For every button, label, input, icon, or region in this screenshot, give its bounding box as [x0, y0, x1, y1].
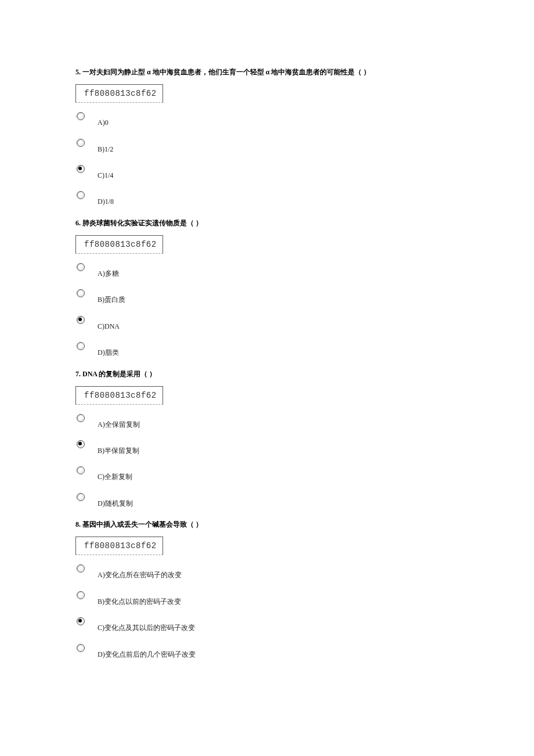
options-group: A)多糖 B)蛋白质 C)DNA D)脂类	[75, 263, 499, 357]
option-row[interactable]: C)1/4	[75, 165, 499, 179]
radio-icon[interactable]	[77, 617, 85, 625]
option-row[interactable]: C)全新复制	[75, 466, 499, 481]
question-number: 5.	[75, 68, 81, 76]
question-title: 8. 基因中插入或丢失一个碱基会导致（ ）	[75, 519, 499, 530]
radio-wrap[interactable]	[75, 139, 98, 147]
question-title: 5. 一对夫妇同为静止型 α 地中海贫血患者，他们生育一个轻型 α 地中海贫血患…	[75, 67, 499, 77]
question-code: ff8080813c8f62	[75, 235, 163, 254]
question-text: 基因中插入或丢失一个碱基会导致（ ）	[82, 520, 203, 528]
page: 5. 一对夫妇同为静止型 α 地中海贫血患者，他们生育一个轻型 α 地中海贫血患…	[0, 0, 534, 658]
question-block: 5. 一对夫妇同为静止型 α 地中海贫血患者，他们生育一个轻型 α 地中海贫血患…	[75, 67, 499, 206]
question-title: 7. DNA 的复制是采用（ ）	[75, 369, 499, 379]
radio-icon[interactable]	[77, 316, 85, 324]
option-label: A)变化点所在密码子的改变	[98, 564, 182, 579]
option-label: A)全保留复制	[98, 414, 140, 429]
option-row[interactable]: D)1/8	[75, 191, 499, 206]
option-label: B)蛋白质	[98, 289, 125, 304]
radio-icon[interactable]	[77, 112, 85, 120]
options-group: A)0 B)1/2 C)1/4 D)1/8	[75, 112, 499, 206]
radio-wrap[interactable]	[75, 316, 98, 324]
option-row[interactable]: C)变化点及其以后的密码子改变	[75, 617, 499, 632]
radio-wrap[interactable]	[75, 289, 98, 297]
radio-icon[interactable]	[77, 191, 85, 199]
radio-wrap[interactable]	[75, 112, 98, 120]
radio-icon[interactable]	[77, 165, 85, 173]
radio-wrap[interactable]	[75, 617, 98, 625]
radio-wrap[interactable]	[75, 191, 98, 199]
option-label: B)变化点以前的密码子改变	[98, 591, 181, 606]
question-code: ff8080813c8f62	[75, 386, 163, 405]
option-row[interactable]: A)变化点所在密码子的改变	[75, 564, 499, 579]
question-text: DNA 的复制是采用（ ）	[82, 370, 156, 378]
option-label: D)变化点前后的几个密码子改变	[98, 644, 196, 658]
question-code: ff8080813c8f62	[75, 84, 163, 103]
option-row[interactable]: B)半保留复制	[75, 440, 499, 455]
question-block: 7. DNA 的复制是采用（ ） ff8080813c8f62 A)全保留复制 …	[75, 369, 499, 508]
option-label: C)1/4	[98, 165, 113, 179]
option-row[interactable]: B)变化点以前的密码子改变	[75, 591, 499, 606]
options-group: A)全保留复制 B)半保留复制 C)全新复制 D)随机复制	[75, 414, 499, 508]
radio-icon[interactable]	[77, 644, 85, 652]
option-label: A)多糖	[98, 263, 119, 278]
radio-icon[interactable]	[77, 289, 85, 297]
question-number: 6.	[75, 219, 81, 227]
radio-icon[interactable]	[77, 263, 85, 271]
option-label: C)DNA	[98, 316, 120, 330]
radio-wrap[interactable]	[75, 493, 98, 501]
option-label: C)全新复制	[98, 466, 132, 481]
option-label: D)1/8	[98, 191, 114, 206]
question-block: 8. 基因中插入或丢失一个碱基会导致（ ） ff8080813c8f62 A)变…	[75, 519, 499, 658]
question-text: 肺炎球菌转化实验证实遗传物质是（ ）	[82, 219, 203, 227]
radio-wrap[interactable]	[75, 342, 98, 350]
question-text: 一对夫妇同为静止型 α 地中海贫血患者，他们生育一个轻型 α 地中海贫血患者的可…	[82, 68, 370, 76]
option-row[interactable]: B)1/2	[75, 139, 499, 153]
option-label: B)半保留复制	[98, 440, 139, 455]
option-row[interactable]: B)蛋白质	[75, 289, 499, 304]
radio-wrap[interactable]	[75, 591, 98, 599]
radio-icon[interactable]	[77, 493, 85, 501]
option-row[interactable]: A)全保留复制	[75, 414, 499, 429]
radio-wrap[interactable]	[75, 263, 98, 271]
radio-icon[interactable]	[77, 564, 85, 573]
option-label: D)随机复制	[98, 493, 133, 507]
option-label: C)变化点及其以后的密码子改变	[98, 617, 195, 632]
option-label: D)脂类	[98, 342, 119, 357]
question-number: 8.	[75, 520, 81, 528]
option-row[interactable]: A)0	[75, 112, 499, 127]
radio-wrap[interactable]	[75, 440, 98, 448]
option-row[interactable]: D)随机复制	[75, 493, 499, 507]
radio-icon[interactable]	[77, 414, 85, 422]
radio-wrap[interactable]	[75, 414, 98, 422]
radio-wrap[interactable]	[75, 564, 98, 573]
option-row[interactable]: A)多糖	[75, 263, 499, 278]
radio-icon[interactable]	[77, 440, 85, 448]
radio-wrap[interactable]	[75, 466, 98, 474]
radio-icon[interactable]	[77, 342, 85, 350]
options-group: A)变化点所在密码子的改变 B)变化点以前的密码子改变 C)变化点及其以后的密码…	[75, 564, 499, 658]
option-label: B)1/2	[98, 139, 113, 153]
option-label: A)0	[98, 112, 109, 127]
radio-wrap[interactable]	[75, 644, 98, 652]
radio-icon[interactable]	[77, 591, 85, 599]
question-title: 6. 肺炎球菌转化实验证实遗传物质是（ ）	[75, 218, 499, 228]
option-row[interactable]: D)变化点前后的几个密码子改变	[75, 644, 499, 658]
question-code: ff8080813c8f62	[75, 537, 163, 555]
option-row[interactable]: C)DNA	[75, 316, 499, 330]
radio-wrap[interactable]	[75, 165, 98, 173]
question-block: 6. 肺炎球菌转化实验证实遗传物质是（ ） ff8080813c8f62 A)多…	[75, 218, 499, 357]
radio-icon[interactable]	[77, 139, 85, 147]
question-number: 7.	[75, 370, 81, 378]
radio-icon[interactable]	[77, 466, 85, 474]
option-row[interactable]: D)脂类	[75, 342, 499, 357]
